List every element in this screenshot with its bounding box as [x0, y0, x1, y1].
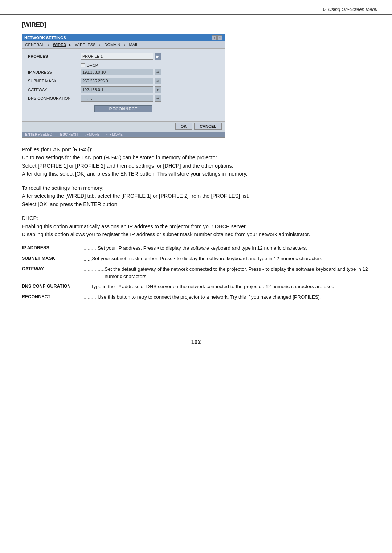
statusbar-exit: ESC ▸EXIT [60, 132, 79, 136]
nav-sep3: ▸ [99, 42, 102, 47]
term-dns: DNS CONFIGURATION .. Type in the IP addr… [22, 283, 370, 291]
gateway-edit-icon[interactable]: ↵ [155, 86, 161, 93]
dialog-statusbar: ENTER ▸SELECT ESC ▸EXIT ↕ ▸MOVE ↔ ▸MOVE [22, 132, 225, 137]
dialog-close-icon[interactable]: × [217, 35, 222, 40]
term-gateway-dots: ............... [83, 266, 105, 280]
nav-domain[interactable]: DOMAIN [104, 42, 120, 47]
profiles-label: PROFILES [28, 54, 81, 58]
nav-sep2: ▸ [69, 42, 73, 47]
recall-section: To recall the settings from memory: Afte… [22, 184, 370, 208]
ip-label: IP ADDRESS [28, 70, 81, 74]
term-reconnect-key: RECONNECT [22, 294, 83, 301]
page-header: 6. Using On-Screen Menu [0, 0, 392, 15]
term-subnet-val: Set your subnet mask number. Press ▪ to … [92, 255, 323, 263]
ip-edit-icon[interactable]: ↵ [155, 69, 161, 75]
chapter-title: 6. Using On-Screen Menu [323, 7, 377, 12]
nav-mail[interactable]: MAIL [129, 42, 139, 47]
dialog-wrapper: NETWORK SETTINGS ? × GENERAL ▸ WIRED ▸ W… [22, 34, 370, 138]
term-subnet: SUBNET MASK ...... Set your subnet mask … [22, 255, 370, 263]
ip-input[interactable]: 192.168.0.10 [81, 69, 153, 75]
term-reconnect: RECONNECT .......... Use this button to … [22, 294, 370, 301]
term-subnet-dots: ...... [83, 255, 92, 263]
dialog-footer: OK CANCEL [22, 121, 225, 132]
ip-row: IP ADDRESS 192.168.0.10 ↵ [28, 69, 219, 75]
dns-input[interactable]: . . . [81, 95, 153, 102]
term-ip: IP ADDRESS .......... Set your IP addres… [22, 245, 370, 252]
statusbar-move-lr: ↔ ▸MOVE [105, 132, 122, 136]
term-dns-dots: .. [83, 283, 91, 291]
profiles-select[interactable]: PROFILE 1 [81, 53, 153, 60]
profiles-text3: After doing this, select [OK] and press … [22, 170, 370, 178]
term-ip-dots: .......... [83, 245, 98, 252]
recall-text1: After selecting the [WIRED] tab, select … [22, 192, 370, 200]
nav-wireless[interactable]: WIRELESS [75, 42, 96, 47]
dhcp-row: DHCP [28, 63, 219, 67]
cancel-button[interactable]: CANCEL [194, 123, 222, 130]
term-reconnect-val: Use this button to retry to connect the … [98, 294, 321, 301]
term-gateway-val: Set the default gateway of the network c… [105, 266, 370, 280]
terms-list: IP ADDRESS .......... Set your IP addres… [22, 245, 370, 302]
term-dns-key: DNS CONFIGURATION [22, 283, 83, 291]
gateway-row: GATEWAY 192.168.0.1 ↵ [28, 86, 219, 93]
dialog-titlebar: NETWORK SETTINGS ? × [22, 34, 225, 41]
profiles-arrow-icon[interactable]: ▶ [155, 53, 161, 60]
dns-edit-icon[interactable]: ↵ [155, 95, 161, 102]
nav-sep1: ▸ [48, 42, 51, 47]
gateway-label: GATEWAY [28, 87, 81, 92]
dhcp-section: DHCP: Enabling this option automatically… [22, 214, 370, 238]
dialog-titlebar-icons: ? × [212, 35, 222, 40]
dialog-title: NETWORK SETTINGS [24, 36, 66, 40]
body-text: Profiles (for LAN port [RJ-45]): Up to t… [22, 146, 370, 301]
term-reconnect-dots: .......... [83, 294, 98, 301]
term-dns-val: Type in the IP address of DNS server on … [91, 283, 336, 291]
subnet-row: SUBNET MASK 255.255.255.0 ↵ [28, 78, 219, 84]
profiles-section: Profiles (for LAN port [RJ-45]): Up to t… [22, 146, 370, 178]
profiles-text2: Select [PROFILE 1] or [PROFILE 2] and th… [22, 162, 370, 170]
dns-row: DNS CONFIGURATION . . . ↵ [28, 95, 219, 102]
recall-text2: Select [OK] and press the ENTER button. [22, 200, 370, 208]
dhcp-checkbox[interactable] [81, 63, 85, 67]
statusbar-enter: ENTER ▸SELECT [25, 132, 54, 136]
dialog-box: NETWORK SETTINGS ? × GENERAL ▸ WIRED ▸ W… [22, 34, 225, 138]
nav-general[interactable]: GENERAL [25, 42, 44, 47]
nav-sep4: ▸ [124, 42, 127, 47]
recall-heading: To recall the settings from memory: [22, 184, 370, 192]
ok-button[interactable]: OK [175, 123, 192, 130]
term-gateway: GATEWAY ............... Set the default … [22, 266, 370, 280]
profiles-row: PROFILES PROFILE 1 ▶ [28, 53, 219, 60]
profiles-heading: Profiles (for LAN port [RJ-45]): [22, 146, 370, 153]
dhcp-text2: Disabling this option allows you to regi… [22, 230, 370, 238]
reconnect-button[interactable]: RECONNECT [94, 105, 153, 112]
subnet-edit-icon[interactable]: ↵ [155, 78, 161, 84]
gateway-input[interactable]: 192.168.0.1 [81, 86, 153, 93]
dialog-nav: GENERAL ▸ WIRED ▸ WIRELESS ▸ DOMAIN ▸ MA… [22, 41, 225, 49]
term-gateway-key: GATEWAY [22, 266, 83, 280]
subnet-label: SUBNET MASK [28, 79, 81, 83]
dialog-help-icon[interactable]: ? [212, 35, 217, 40]
nav-wired[interactable]: WIRED [53, 42, 66, 47]
page-number: 102 [191, 339, 201, 345]
term-subnet-key: SUBNET MASK [22, 255, 83, 263]
dhcp-label: DHCP [87, 63, 98, 67]
profiles-text1: Up to two settings for the LAN port (RJ-… [22, 153, 370, 161]
term-ip-val: Set your IP address. Press ▪ to display … [98, 245, 307, 252]
dhcp-text1: Enabling this option automatically assig… [22, 222, 370, 230]
subnet-input[interactable]: 255.255.255.0 [81, 78, 153, 84]
section-title: [WIRED] [22, 21, 370, 29]
term-ip-key: IP ADDRESS [22, 245, 83, 252]
dns-label: DNS CONFIGURATION [28, 96, 81, 101]
dhcp-heading: DHCP: [22, 214, 370, 222]
page-footer: 102 [0, 328, 392, 349]
statusbar-move-ud: ↕ ▸MOVE [84, 132, 99, 136]
dialog-body: PROFILES PROFILE 1 ▶ DHCP IP ADDRESS [22, 49, 225, 121]
reconnect-row: RECONNECT [28, 105, 219, 112]
